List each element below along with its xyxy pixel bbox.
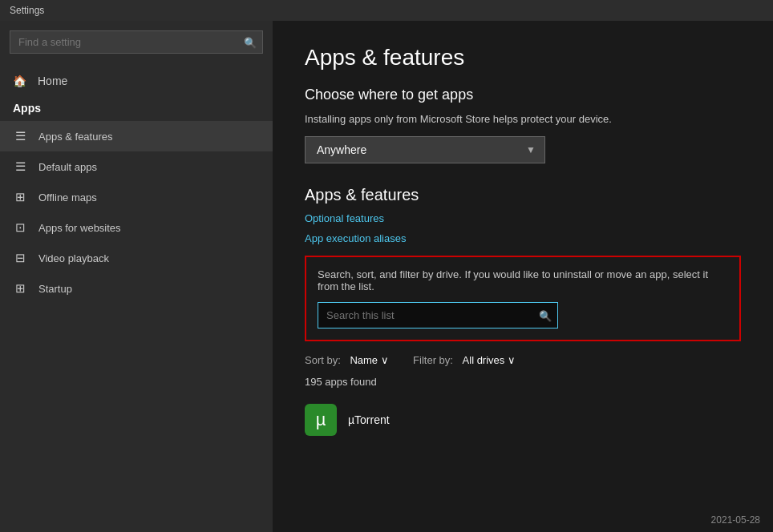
sidebar-search-icon: 🔍 bbox=[244, 36, 257, 48]
sidebar-item-label: Apps & features bbox=[38, 131, 113, 143]
sort-value: Name bbox=[350, 354, 378, 366]
filter-chevron-icon: ∨ bbox=[508, 354, 516, 366]
sidebar-item-label: Default apps bbox=[38, 161, 97, 173]
sort-filter-row: Sort by: Name ∨ Filter by: All drives ∨ bbox=[305, 354, 741, 366]
sidebar-item-video-playback[interactable]: ⊟ Video playback bbox=[0, 243, 273, 273]
sort-button[interactable]: Sort by: Name ∨ bbox=[305, 354, 389, 366]
anywhere-select[interactable]: Anywhere Microsoft Store only Microsoft … bbox=[305, 136, 545, 163]
app-icon: µ bbox=[305, 404, 337, 436]
optional-features-link[interactable]: Optional features bbox=[305, 212, 741, 224]
startup-icon: ⊞ bbox=[13, 281, 27, 296]
apps-features-icon: ☰ bbox=[13, 129, 27, 143]
main-layout: 🔍 🏠 Home Apps ☰ Apps & features ☰ Defaul… bbox=[0, 21, 773, 532]
video-playback-icon: ⊟ bbox=[13, 251, 27, 265]
sidebar-search-wrapper[interactable]: 🔍 bbox=[10, 30, 263, 54]
apps-found-label: 195 apps found bbox=[305, 376, 741, 388]
app-name: µTorrent bbox=[348, 413, 390, 426]
filter-value: All drives bbox=[463, 354, 505, 366]
app-list-item[interactable]: µ µTorrent bbox=[305, 399, 741, 441]
sidebar-item-label: Apps for websites bbox=[38, 222, 121, 234]
search-input-wrapper[interactable]: 🔍 bbox=[318, 302, 558, 328]
search-box-area: Search, sort, and filter by drive. If yo… bbox=[305, 256, 741, 341]
apps-features-section: Apps & features Optional features App ex… bbox=[305, 186, 741, 244]
default-apps-icon: ☰ bbox=[13, 159, 27, 174]
sidebar-item-label: Startup bbox=[38, 283, 72, 295]
title-bar: Settings bbox=[0, 0, 773, 21]
filter-button[interactable]: Filter by: All drives ∨ bbox=[413, 354, 516, 366]
apps-features-heading: Apps & features bbox=[305, 186, 741, 204]
sidebar-item-startup[interactable]: ⊞ Startup bbox=[0, 273, 273, 304]
choose-subtitle: Installing apps only from Microsoft Stor… bbox=[305, 113, 741, 125]
sort-chevron-icon: ∨ bbox=[381, 354, 389, 366]
offline-maps-icon: ⊞ bbox=[13, 190, 27, 204]
content-area: Apps & features Choose where to get apps… bbox=[273, 21, 773, 532]
sidebar-item-apps-features[interactable]: ☰ Apps & features bbox=[0, 121, 273, 151]
sidebar-search-input[interactable] bbox=[10, 30, 263, 54]
filter-label: Filter by: bbox=[413, 354, 453, 366]
search-description: Search, sort, and filter by drive. If yo… bbox=[318, 268, 728, 292]
choose-heading: Choose where to get apps bbox=[305, 87, 741, 103]
sidebar-item-default-apps[interactable]: ☰ Default apps bbox=[0, 151, 273, 182]
sidebar-item-offline-maps[interactable]: ⊞ Offline maps bbox=[0, 182, 273, 212]
sidebar-item-label: Offline maps bbox=[38, 191, 97, 204]
page-title: Apps & features bbox=[305, 45, 741, 71]
sidebar-item-home[interactable]: 🏠 Home bbox=[0, 66, 273, 95]
app-execution-aliases-link[interactable]: App execution aliases bbox=[305, 232, 741, 244]
sidebar-item-label: Video playback bbox=[38, 252, 109, 264]
title-bar-label: Settings bbox=[10, 5, 44, 16]
apps-websites-icon: ⊡ bbox=[13, 220, 27, 235]
search-list-input[interactable] bbox=[318, 302, 558, 328]
sidebar-home-label: Home bbox=[38, 75, 67, 87]
bottom-bar-date: 2021-05-28 bbox=[711, 514, 760, 526]
sidebar-section-label: Apps bbox=[0, 99, 273, 121]
sidebar: 🔍 🏠 Home Apps ☰ Apps & features ☰ Defaul… bbox=[0, 21, 273, 532]
sort-label: Sort by: bbox=[305, 354, 341, 366]
search-list-icon: 🔍 bbox=[539, 309, 552, 321]
sidebar-item-apps-websites[interactable]: ⊡ Apps for websites bbox=[0, 212, 273, 243]
app-icon-text: µ bbox=[316, 409, 326, 430]
home-icon: 🏠 bbox=[13, 75, 26, 87]
anywhere-dropdown-wrapper[interactable]: Anywhere Microsoft Store only Microsoft … bbox=[305, 136, 545, 163]
